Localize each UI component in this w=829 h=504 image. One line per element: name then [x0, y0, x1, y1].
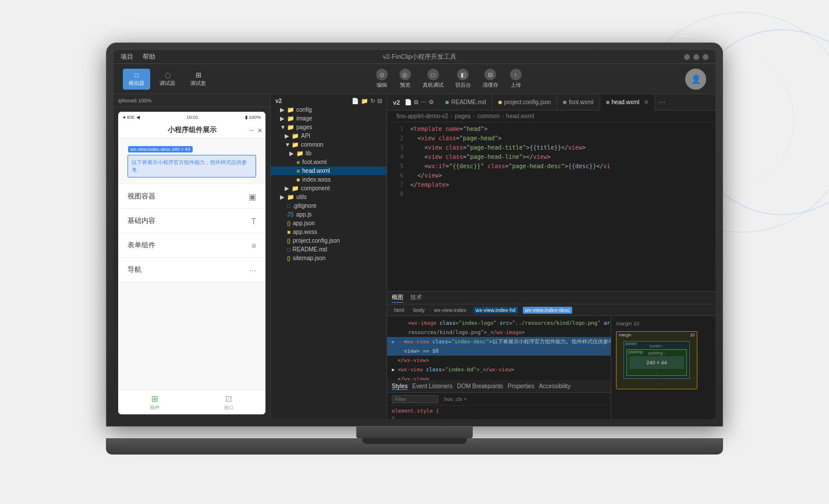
sim-nav-api[interactable]: ⊡ 接口 [224, 394, 233, 411]
sim-nav-component[interactable]: ⊞ 组件 [150, 394, 160, 411]
action-device-debug[interactable]: □ 真机调试 [423, 69, 444, 89]
sim-menu-item-0[interactable]: 视图容器 ▣ [118, 184, 265, 209]
laptop-body: 项目 帮助 v2-FinClip小程序开发工具 □ 模拟器 [106, 42, 723, 427]
laptop-base [106, 438, 723, 455]
maximize-btn[interactable] [693, 54, 699, 60]
tab-close-headwxml[interactable]: ✕ [644, 99, 649, 105]
editor-main: v2 📄 📁 ↻ ⊟ ▶ 📁 [271, 94, 715, 419]
elem-tag-body[interactable]: body [411, 307, 427, 314]
settings-icon[interactable]: ⚙ [428, 99, 434, 106]
sim-menu-item-3[interactable]: 导航 ··· [118, 258, 265, 282]
tabs-more-btn[interactable]: ⋯ [655, 98, 669, 107]
tree-item-sitemapjson[interactable]: {} sitemap.json [271, 254, 387, 262]
menu-item-help[interactable]: 帮助 [143, 52, 155, 61]
tree-item-config[interactable]: ▶ 📁 config [271, 105, 387, 114]
bottom-panel: 概图 技术 html body wx-view.index wx-view.in… [387, 291, 715, 419]
simulator-panel: iphone6 100% ● IDE ◀ 10:01 ▮ 100% [114, 94, 271, 419]
sim-menu-icon[interactable]: ··· [249, 127, 254, 133]
action-preview[interactable]: ◎ 预览 [399, 69, 411, 89]
sim-menu-item-1[interactable]: 基础内容 T [118, 209, 265, 233]
elem-tag-wxview-index-hd[interactable]: wx-view.index-hd [473, 307, 518, 314]
action-upload[interactable]: ↑ 上传 [510, 69, 522, 89]
styles-tab-styles[interactable]: Styles [392, 383, 408, 390]
device-debug-icon: □ [427, 69, 439, 80]
elem-tag-html[interactable]: html [392, 307, 406, 314]
tree-item-image[interactable]: ▶ 📁 image [271, 114, 387, 123]
code-line-4: 4 <view class="page-head-line"></view> [387, 152, 715, 162]
tree-item-pages[interactable]: ▼ 📁 pages [271, 123, 387, 132]
code-editor[interactable]: 1 <template name="head"> 2 <view class="… [387, 122, 715, 291]
styles-tab-dom[interactable]: DOM Breakpoints [457, 383, 503, 389]
tab-footwxml[interactable]: foot.wxml [557, 94, 600, 111]
sim-menu-item-2[interactable]: 表单组件 ≡ [118, 233, 265, 258]
sim-element-label: wx-view.index-desc 240 × 44 [128, 146, 193, 152]
bottom-line-spacer-5: ▶ [392, 365, 398, 374]
filter-input[interactable] [392, 395, 438, 403]
tree-label-component: component [301, 185, 330, 191]
close-btn[interactable] [703, 54, 708, 60]
breadcrumb-2: common [477, 113, 499, 119]
tree-item-component[interactable]: ▶ 📁 component [271, 184, 387, 193]
folder-icon-lib: 📁 [296, 150, 303, 157]
bottom-tab-overview[interactable]: 概图 [392, 293, 403, 303]
tree-label-api: API [301, 133, 310, 139]
file-icon-head-wxml: ■ [296, 168, 300, 174]
tab-headwxml[interactable]: head.wxml ✕ [600, 94, 656, 111]
file-icon-index-wxss: ■ [296, 176, 300, 183]
tree-label-appwxss: app.wxss [293, 229, 317, 235]
folder-icon-utils: 📁 [287, 194, 294, 200]
breadcrumb-sep-2: › [502, 113, 504, 119]
user-avatar[interactable]: 👤 [685, 69, 706, 90]
more-icon[interactable]: ⋯ [420, 99, 426, 106]
styles-tab-access[interactable]: Accessibility [539, 383, 571, 389]
tree-item-appjson[interactable]: {} app.json [271, 219, 387, 228]
tree-item-appjs[interactable]: JS app.js [271, 210, 387, 219]
styles-tab-props[interactable]: Properties [508, 383, 534, 389]
new-file-icon[interactable]: 📄 [352, 98, 359, 104]
toolbar-test-btn[interactable]: ⊞ 测试套 [185, 69, 212, 90]
bottom-code-line-4: </wx-view> [387, 356, 611, 365]
new-folder-icon[interactable]: 📁 [361, 98, 368, 104]
split-icon[interactable]: ⧉ [414, 99, 418, 106]
elem-tag-wxview-index[interactable]: wx-view.index [432, 307, 469, 314]
menu-item-project[interactable]: 项目 [121, 52, 133, 61]
styles-tab-event[interactable]: Event Listeners [412, 383, 452, 389]
tree-label-appjson: app.json [293, 220, 315, 226]
element-selector: html body wx-view.index wx-view.index-hd… [387, 304, 715, 316]
arrow-lib: ▶ [289, 151, 294, 156]
arrow-config: ▶ [280, 108, 285, 112]
sim-status-bar: ● IDE ◀ 10:01 ▮ 100% [118, 112, 265, 122]
background-icon: ◧ [457, 69, 469, 80]
tree-item-index-wxss[interactable]: ■ index.wxss [271, 175, 387, 184]
toolbar-simulator-btn[interactable]: □ 模拟器 [123, 69, 150, 90]
code-content-1: <template name="head"> [410, 125, 711, 134]
tab-readme[interactable]: README.md [440, 94, 492, 111]
sim-status-time: 10:01 [186, 115, 198, 120]
tree-item-common[interactable]: ▼ 📁 common [271, 140, 387, 149]
tree-item-utils[interactable]: ▶ 📁 utils [271, 193, 387, 201]
minimize-btn[interactable] [684, 54, 690, 60]
elem-tag-wxview-index-desc[interactable]: wx-view.index-desc [523, 307, 573, 314]
new-file-tab-icon[interactable]: 📄 [405, 99, 412, 106]
tab-dot-footwxml [563, 101, 566, 104]
tree-item-lib[interactable]: ▶ 📁 lib [271, 149, 387, 158]
tab-projectconfig[interactable]: project.config.json [493, 94, 558, 111]
sim-menu-icon-2: ≡ [251, 241, 256, 250]
tree-item-head-wxml[interactable]: ■ head.wxml [271, 166, 387, 175]
tree-item-appwxss[interactable]: ■ app.wxss [271, 228, 387, 236]
tree-item-api[interactable]: ▶ 📁 API [271, 132, 387, 140]
refresh-icon[interactable]: ↻ [370, 98, 375, 104]
file-icon-gitignore: □ [287, 203, 290, 209]
action-background[interactable]: ◧ 切后台 [455, 69, 471, 89]
collapse-icon[interactable]: ⊟ [377, 98, 382, 104]
action-edit[interactable]: ⊙ 编辑 [376, 69, 388, 89]
tree-item-foot-wxml[interactable]: ■ foot.wxml [271, 158, 387, 166]
action-clear-cache[interactable]: ⊟ 清缓存 [483, 69, 498, 89]
tree-item-projectconfigjson[interactable]: {} project.config.json [271, 236, 387, 245]
toolbar-debug-btn[interactable]: ◌ 调试器 [154, 69, 181, 90]
sim-close-icon[interactable]: ✕ [257, 127, 262, 133]
tree-item-readme[interactable]: □ README.md [271, 245, 387, 254]
tree-item-gitignore[interactable]: □ .gitignore [271, 201, 387, 210]
bottom-tab-tech[interactable]: 技术 [410, 293, 422, 302]
tree-label-utils: utils [296, 194, 307, 200]
